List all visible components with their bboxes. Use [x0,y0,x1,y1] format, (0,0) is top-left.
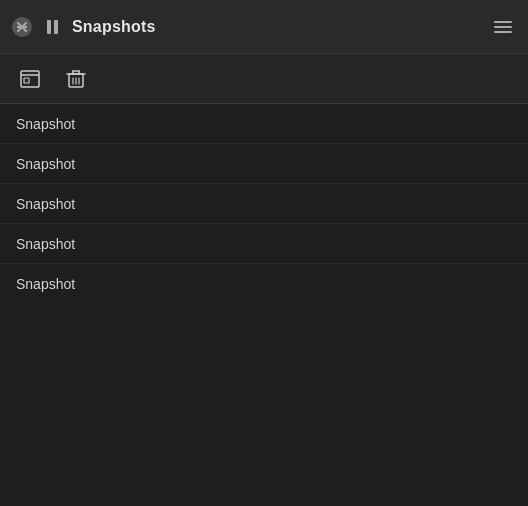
snapshot-button[interactable] [14,63,46,95]
pause-icon [47,20,58,34]
snapshot-icon [18,67,42,91]
snapshot-item[interactable]: Snapshot [0,104,528,144]
trash-icon [64,67,88,91]
pause-button[interactable] [42,17,62,37]
snapshot-item[interactable]: Snapshot [0,264,528,304]
close-button[interactable] [12,17,32,37]
snapshot-item[interactable]: Snapshot [0,184,528,224]
menu-button[interactable] [490,17,516,37]
menu-icon [494,26,512,28]
page-title: Snapshots [72,18,480,36]
menu-icon [494,31,512,33]
snapshot-item[interactable]: Snapshot [0,224,528,264]
delete-button[interactable] [60,63,92,95]
snapshot-item[interactable]: Snapshot [0,144,528,184]
menu-icon [494,21,512,23]
toolbar [0,54,528,104]
title-bar: Snapshots [0,0,528,54]
snapshot-list: SnapshotSnapshotSnapshotSnapshotSnapshot [0,104,528,304]
close-icon [17,22,27,32]
svg-rect-4 [24,78,29,83]
